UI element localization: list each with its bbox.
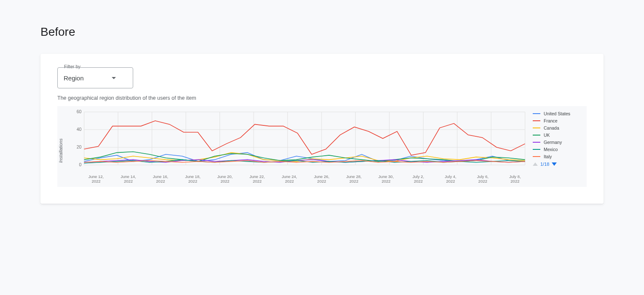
legend-item[interactable]: Canada xyxy=(533,125,583,130)
chart-legend: United StatesFranceCanadaUKGermanyMexico… xyxy=(533,109,583,167)
x-tick-label: June 24,2022 xyxy=(277,174,302,183)
y-axis-label: Installations xyxy=(57,130,64,163)
pager-down-icon[interactable] xyxy=(552,162,557,166)
x-tick-label: June 30,2022 xyxy=(373,174,399,183)
legend-item[interactable]: Mexico xyxy=(533,147,583,152)
legend-label: United States xyxy=(544,111,570,116)
line-chart: 0204060 xyxy=(69,109,528,173)
legend-swatch xyxy=(533,142,540,143)
pager-up-icon[interactable] xyxy=(533,162,538,166)
chevron-down-icon xyxy=(112,77,116,79)
x-tick-label: June 12,2022 xyxy=(83,174,109,183)
pager-label: 1/18 xyxy=(540,162,549,167)
legend-item[interactable]: Italy xyxy=(533,154,583,159)
legend-pager: 1/18 xyxy=(533,162,583,167)
x-tick-label: July 4,2022 xyxy=(438,174,463,183)
legend-swatch xyxy=(533,120,540,121)
legend-label: UK xyxy=(544,133,550,138)
chart-subtitle: The geographical region distribution of … xyxy=(57,95,587,101)
x-tick-label: June 22,2022 xyxy=(244,174,270,183)
chart-container: Installations 0204060 June 12,2022June 1… xyxy=(57,106,587,187)
x-tick-label: June 16,2022 xyxy=(148,174,173,183)
chart-card: Filter by Region The geographical region… xyxy=(40,54,604,204)
legend-item[interactable]: UK xyxy=(533,133,583,138)
legend-swatch xyxy=(533,156,540,157)
x-tick-label: June 18,2022 xyxy=(180,174,205,183)
legend-item[interactable]: Germany xyxy=(533,140,583,145)
legend-label: Canada xyxy=(544,125,559,130)
legend-label: Mexico xyxy=(544,147,558,152)
svg-text:20: 20 xyxy=(77,145,82,149)
x-tick-label: July 8,2022 xyxy=(502,174,528,183)
legend-swatch xyxy=(533,113,540,114)
x-tick-label: July 6,2022 xyxy=(470,174,495,183)
x-axis-ticks: June 12,2022June 14,2022June 16,2022June… xyxy=(69,173,528,183)
page-title: Before xyxy=(40,25,604,39)
x-tick-label: June 26,2022 xyxy=(309,174,334,183)
x-tick-label: June 14,2022 xyxy=(115,174,141,183)
legend-label: France xyxy=(544,118,558,123)
legend-swatch xyxy=(533,135,540,136)
svg-text:0: 0 xyxy=(79,162,81,167)
legend-label: Italy xyxy=(544,154,552,159)
legend-swatch xyxy=(533,128,540,128)
svg-text:60: 60 xyxy=(77,109,82,114)
svg-text:40: 40 xyxy=(77,127,82,132)
x-tick-label: June 20,2022 xyxy=(212,174,238,183)
x-tick-label: July 2,2022 xyxy=(406,174,431,183)
legend-item[interactable]: United States xyxy=(533,111,583,116)
legend-swatch xyxy=(533,149,540,150)
x-tick-label: June 28,2022 xyxy=(341,174,367,183)
filter-by-select[interactable]: Filter by Region xyxy=(57,67,133,88)
legend-item[interactable]: France xyxy=(533,118,583,123)
filter-value: Region xyxy=(64,74,84,82)
legend-label: Germany xyxy=(544,140,562,145)
